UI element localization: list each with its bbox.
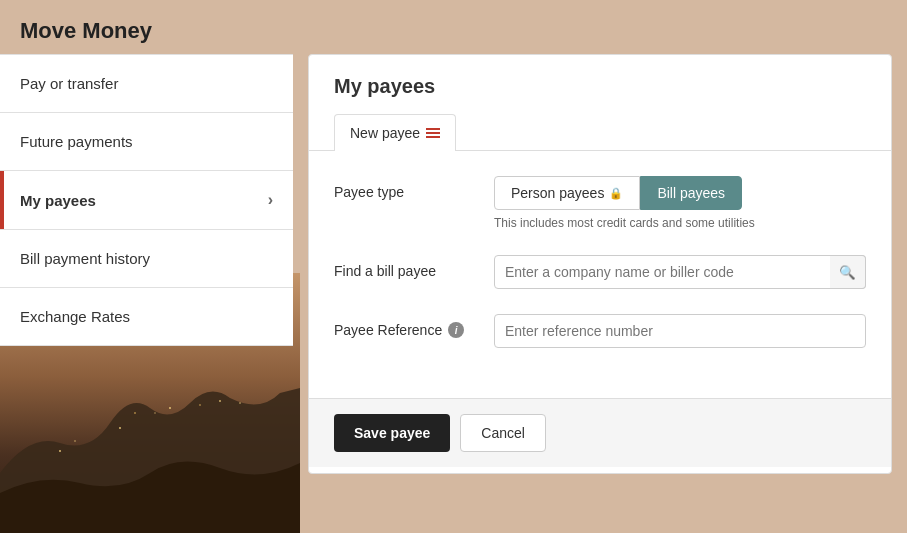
lock-icon: 🔒 bbox=[609, 187, 623, 200]
payee-reference-controls bbox=[494, 314, 866, 348]
person-payees-button[interactable]: Person payees 🔒 bbox=[494, 176, 640, 210]
sidebar-item-my-payees[interactable]: My payees › bbox=[0, 171, 293, 230]
sidebar-item-label: Future payments bbox=[20, 133, 133, 150]
tabs: New payee bbox=[309, 113, 891, 151]
bill-payees-label: Bill payees bbox=[657, 185, 725, 201]
tab-label: New payee bbox=[350, 125, 420, 141]
find-bill-payee-controls: 🔍 bbox=[494, 255, 866, 289]
bill-payees-button[interactable]: Bill payees bbox=[640, 176, 742, 210]
sidebar-item-label: Exchange Rates bbox=[20, 308, 130, 325]
sidebar: Pay or transfer Future payments My payee… bbox=[0, 54, 293, 346]
sidebar-item-bill-payment-history[interactable]: Bill payment history bbox=[0, 230, 293, 288]
payee-type-row: Payee type Person payees 🔒 Bill payees bbox=[334, 176, 866, 230]
sidebar-item-exchange-rates[interactable]: Exchange Rates bbox=[0, 288, 293, 346]
bill-payees-hint: This includes most credit cards and some… bbox=[494, 216, 866, 230]
sidebar-item-pay-or-transfer[interactable]: Pay or transfer bbox=[0, 54, 293, 113]
card-title: My payees bbox=[309, 55, 891, 113]
find-bill-payee-row: Find a bill payee 🔍 bbox=[334, 255, 866, 289]
find-bill-payee-label: Find a bill payee bbox=[334, 255, 494, 279]
person-payees-label: Person payees bbox=[511, 185, 604, 201]
payee-reference-input[interactable] bbox=[494, 314, 866, 348]
payee-reference-label: Payee Reference i bbox=[334, 314, 494, 338]
save-payee-button[interactable]: Save payee bbox=[334, 414, 450, 452]
payee-reference-row: Payee Reference i bbox=[334, 314, 866, 348]
page-title: Move Money bbox=[0, 0, 907, 54]
payees-card: My payees New payee Payee type bbox=[308, 54, 892, 474]
info-icon[interactable]: i bbox=[448, 322, 464, 338]
sidebar-item-label: Bill payment history bbox=[20, 250, 150, 267]
menu-icon bbox=[426, 128, 440, 138]
sidebar-item-label: Pay or transfer bbox=[20, 75, 118, 92]
payee-type-label: Payee type bbox=[334, 176, 494, 200]
form-area: Payee type Person payees 🔒 Bill payees bbox=[309, 151, 891, 398]
cancel-button[interactable]: Cancel bbox=[460, 414, 546, 452]
tab-new-payee[interactable]: New payee bbox=[334, 114, 456, 151]
sidebar-item-label: My payees bbox=[20, 192, 96, 209]
search-icon: 🔍 bbox=[839, 265, 856, 280]
find-bill-payee-input[interactable] bbox=[494, 255, 866, 289]
sidebar-item-future-payments[interactable]: Future payments bbox=[0, 113, 293, 171]
main-content: My payees New payee Payee type bbox=[293, 54, 907, 474]
find-bill-payee-wrapper: 🔍 bbox=[494, 255, 866, 289]
payee-type-controls: Person payees 🔒 Bill payees This include… bbox=[494, 176, 866, 230]
card-footer: Save payee Cancel bbox=[309, 398, 891, 467]
chevron-right-icon: › bbox=[268, 191, 273, 209]
search-button[interactable]: 🔍 bbox=[830, 255, 866, 289]
payee-type-buttons: Person payees 🔒 Bill payees bbox=[494, 176, 866, 210]
